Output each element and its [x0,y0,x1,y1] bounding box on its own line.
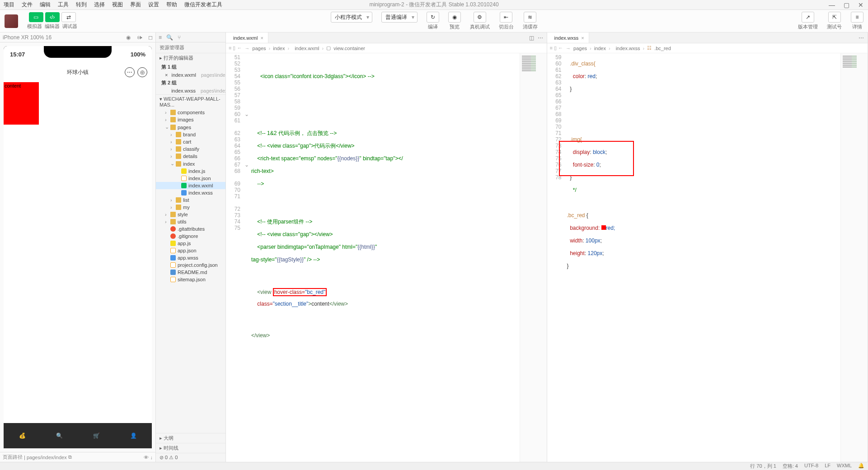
page-route[interactable]: pages/index/index [27,455,67,460]
tree-item-app.json[interactable]: app.json [156,247,225,254]
back-icon[interactable]: ≡ ▯ ← [550,45,563,51]
problems-count[interactable]: ⊘ 0 ⚠ 0 [156,453,225,462]
record-icon[interactable]: ◉ [126,34,131,41]
code-content[interactable]: <icon class="iconfont icon-3dglass"></ic… [249,53,520,462]
tree-item-index.js[interactable]: index.js [156,168,225,175]
tree-item-.gitignore[interactable]: .gitignore [156,233,225,240]
compile-dropdown[interactable]: 普通编译 [381,12,418,23]
fwd-icon[interactable]: → [245,46,250,51]
tree-item-brand[interactable]: ›brand [156,131,225,138]
capsule-close-icon[interactable]: ◎ [137,67,147,77]
tab-wxml[interactable]: index.wxml× [226,33,268,43]
hover-box[interactable]: content [4,82,39,125]
menu-item[interactable]: 帮助 [163,1,181,9]
mute-icon[interactable]: 🕪 [137,34,142,41]
more-icon[interactable]: ⋯ [859,35,864,41]
tree-item-app.js[interactable]: app.js [156,240,225,247]
tree-item-style[interactable]: ›style [156,211,225,218]
tree-item-pages[interactable]: ⌄pages [156,123,225,131]
app-title: 环球小镇 [67,69,89,76]
menu-item[interactable]: 微信开发者工具 [181,1,226,9]
debugger-button[interactable]: ⇄ [61,12,76,22]
menu-item[interactable]: 文件 [18,1,36,9]
clear-cache-button[interactable]: ≋ [524,12,536,23]
tree-item-app.wxss[interactable]: app.wxss [156,254,225,261]
project-root[interactable]: ▾ WECHAT-WEAPP-MALL-MAS... [156,94,225,109]
explorer-search-icon[interactable]: 🔍 [166,34,173,41]
eye-icon[interactable]: 👁 ↓ [144,455,153,460]
menu-item[interactable]: 工具 [54,1,72,9]
cursor-position[interactable]: 行 70，列 1 [750,463,776,470]
editor-button[interactable]: ‹/› [45,12,60,22]
minimap[interactable] [840,53,868,462]
menu-item[interactable]: 转到 [72,1,90,9]
tree-item-details[interactable]: ›details [156,153,225,160]
minimize-button[interactable]: — [825,1,839,9]
tab-user-icon[interactable]: 👤 [115,423,152,448]
close-tab-icon[interactable]: × [581,35,584,41]
compile-button[interactable]: ↻ [427,12,439,23]
tab-cart-icon[interactable]: 🛒 [78,423,115,448]
tree-item-sitemap.json[interactable]: sitemap.json [156,276,225,283]
encoding[interactable]: UTF-8 [804,463,818,470]
menu-item[interactable]: 设置 [145,1,163,9]
tree-item-my[interactable]: ›my [156,204,225,211]
minimap[interactable] [520,53,547,462]
version-button[interactable]: ↗ [802,12,814,23]
details-button[interactable]: ≡ [851,12,863,23]
device-label[interactable]: iPhone XR 100% 16 [3,34,52,41]
breadcrumb[interactable]: ≡ ▯ ←→ pages› index› index.wxml› ▢ view.… [226,43,547,53]
close-tab-icon[interactable]: × [260,35,263,41]
menu-item[interactable]: 界面 [127,1,145,9]
capsule-menu-icon[interactable]: ⋯ [125,67,135,77]
eol[interactable]: LF [825,463,830,470]
tree-item-index.wxml[interactable]: index.wxml [156,182,225,189]
menu-item[interactable]: 项目 [0,1,18,9]
tree-item-utils[interactable]: ›utils [156,218,225,225]
remote-debug-button[interactable]: ⚙ [474,12,486,23]
timeline-section[interactable]: ▸ 时间线 [156,443,225,453]
menu-item[interactable]: 视图 [108,1,127,9]
tree-item-project.config.json[interactable]: project.config.json [156,261,225,269]
highlight-bc-red-rule [559,141,634,176]
test-account-button[interactable]: ⇱ [828,12,841,23]
tree-item-cart[interactable]: ›cart [156,138,225,145]
more-icon[interactable]: ⋯ [538,35,543,41]
tree-item-classify[interactable]: ›classify [156,145,225,153]
open-editors-section[interactable]: ▸ 打开的编辑器 [156,53,225,63]
menu-item[interactable]: 选择 [90,1,108,9]
tree-item-images[interactable]: ›images [156,116,225,123]
code-content[interactable]: .div_class{ color: red; } .img{ display:… [565,53,841,462]
language-mode[interactable]: WXML [837,463,852,470]
explorer-format-icon[interactable]: ≡ [159,34,162,41]
back-icon[interactable]: ≡ ▯ ← [229,45,242,51]
split-icon[interactable]: ◫ [529,35,534,41]
tree-item-index.json[interactable]: index.json [156,175,225,182]
tree-item-components[interactable]: ›components [156,109,225,116]
explorer-branch-icon[interactable]: ⑂ [178,34,181,41]
maximize-button[interactable]: ▢ [839,1,854,9]
preview-button[interactable]: ◉ [448,12,461,23]
tree-item-list[interactable]: ›list [156,196,225,204]
tab-wxss[interactable]: index.wxss× [547,33,589,43]
tab-home-icon[interactable]: 💰 [4,423,41,448]
tree-item-index.wxss[interactable]: index.wxss [156,189,225,196]
simulator-button[interactable]: ▭ [29,12,43,22]
popup-icon[interactable]: ◻ [148,34,153,41]
menu-item[interactable]: 编辑 [36,1,54,9]
outline-section[interactable]: ▸ 大纲 [156,433,225,443]
bell-icon[interactable]: 🔔 [858,463,864,470]
tree-item-index[interactable]: ⌄index [156,160,225,168]
background-button[interactable]: ⇤ [500,12,512,23]
close-button[interactable]: ✕ [854,1,868,9]
open-tab[interactable]: index.wxss pages\index [156,87,225,94]
mode-dropdown[interactable]: 小程序模式 [331,12,372,23]
fwd-icon[interactable]: → [566,46,571,51]
tab-search-icon[interactable]: 🔍 [41,423,78,448]
indent-setting[interactable]: 空格: 4 [783,463,798,470]
tree-item-.gitattributes[interactable]: .gitattributes [156,225,225,233]
open-tab[interactable]: × index.wxml pages\index [156,71,225,79]
breadcrumb[interactable]: ≡ ▯ ←→ pages› index› index.wxss› ☷ .bc_r… [547,43,868,53]
avatar[interactable] [5,14,18,28]
tree-item-README.md[interactable]: README.md [156,269,225,276]
